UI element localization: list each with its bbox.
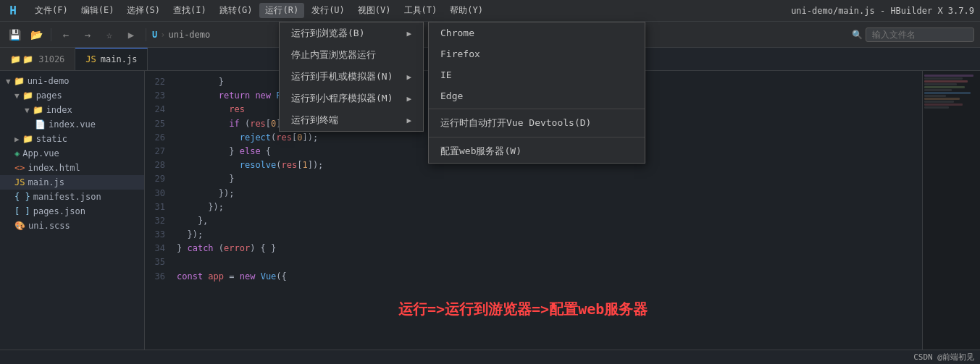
toolbar-divider-1 [51, 28, 51, 41]
vue-icon: 📄 [35, 119, 46, 130]
browser-chrome-label: Chrome [440, 27, 474, 38]
sidebar-item-uni-demo[interactable]: ▼ 📁 uni-demo [0, 74, 144, 88]
browser-ie-label: IE [440, 69, 452, 80]
run-menu-label-terminal: 运行到终端 [291, 114, 338, 127]
sidebar-label-static: static [36, 134, 67, 144]
sidebar-item-index-folder[interactable]: ▼ 📁 index [0, 103, 144, 117]
run-menu-item-browser[interactable]: 运行到浏览器(B) ▶ [280, 22, 423, 44]
minimap-line [924, 75, 973, 77]
browser-webserver-label: 配置web服务器(W) [440, 145, 522, 158]
sidebar-label-pages-json: pages.json [33, 206, 85, 216]
toolbar-star[interactable]: ☆ [101, 26, 118, 43]
sidebar-item-uni-scss[interactable]: 🎨 uni.scss [0, 219, 144, 233]
sidebar-label-index-folder: index [46, 105, 72, 115]
sidebar-label-app-vue: App.vue [22, 148, 59, 158]
code-line-36: const app = new Vue({ [177, 270, 922, 284]
json-icon-pages: [ ] [14, 206, 30, 216]
folder-icon: 📁 [10, 54, 21, 64]
run-menu-item-miniprogram[interactable]: 运行到小程序模拟器(M) ▶ [280, 88, 423, 109]
browser-ie[interactable]: IE [429, 64, 645, 85]
menu-run[interactable]: 运行(R) [259, 3, 304, 18]
chevron-down-icon: ▼ [6, 77, 11, 86]
js-icon: JS [85, 54, 96, 64]
menu-tools[interactable]: 工具(T) [398, 3, 443, 18]
sidebar-item-pages[interactable]: ▼ 📁 pages [0, 88, 144, 103]
menu-view[interactable]: 视图(V) [352, 3, 397, 18]
code-line-35 [177, 255, 922, 269]
sidebar-item-index-html[interactable]: <> index.html [0, 161, 144, 175]
vue-icon-app: ◈ [14, 148, 20, 158]
menu-file[interactable]: 文件(F) [29, 3, 74, 18]
toolbar-open[interactable]: 📂 [28, 26, 45, 43]
run-menu-item-mobile[interactable]: 运行到手机或模拟器(N) ▶ [280, 66, 423, 88]
sidebar-label-main-js: main.js [28, 177, 64, 187]
minimap-line [924, 101, 954, 103]
html-icon: <> [14, 163, 25, 173]
toolbar-run[interactable]: ▶ [122, 26, 140, 43]
tab-main[interactable]: JS main.js [75, 48, 148, 70]
status-bar: CSDN @前端初见 [0, 350, 980, 364]
submenu-arrow-terminal: ▶ [406, 116, 411, 125]
menu-help[interactable]: 帮助(Y) [444, 3, 489, 18]
toolbar-forward[interactable]: → [79, 26, 96, 43]
browser-devtools[interactable]: 运行时自动打开Vue Devtools(D) [429, 111, 645, 135]
minimap-line [924, 95, 946, 97]
sidebar-label-manifest-json: manifest.json [33, 192, 101, 202]
sidebar-label-index-vue: index.vue [49, 119, 96, 130]
menu-publish[interactable]: 发行(U) [306, 3, 351, 18]
toolbar-back[interactable]: ← [57, 26, 75, 43]
toolbar-save[interactable]: 💾 [6, 26, 23, 43]
browser-devtools-label: 运行时自动打开Vue Devtools(D) [440, 117, 591, 130]
sidebar-label-index-html: index.html [28, 163, 80, 173]
tab-folder[interactable]: 📁 📁 31026 [0, 48, 75, 70]
sidebar-item-app-vue[interactable]: ◈ App.vue [0, 146, 144, 161]
json-icon-manifest: { } [14, 192, 30, 202]
sidebar-item-static[interactable]: ▶ 📁 static [0, 132, 144, 146]
code-line-29: } [177, 172, 922, 186]
browser-submenu: Chrome Firefox IE Edge 运行时自动打开Vue Devtoo… [428, 22, 645, 164]
sidebar-label-pages: pages [36, 90, 62, 101]
menu-goto[interactable]: 跳转(G) [214, 3, 259, 18]
submenu-arrow-mobile: ▶ [406, 72, 411, 82]
minimap-line [924, 106, 949, 109]
toolbar-divider-2 [146, 28, 146, 41]
logo: H [6, 4, 20, 17]
menu-bar: 文件(F) 编辑(E) 选择(S) 查找(I) 跳转(G) 运行(R) 发行(U… [29, 3, 791, 18]
minimap-line [924, 98, 960, 100]
status-right: CSDN @前端初见 [913, 352, 974, 363]
run-menu-label-mobile: 运行到手机或模拟器(N) [291, 70, 393, 83]
run-menu-item-stop[interactable]: 停止内置浏览器运行 [280, 44, 423, 66]
browser-firefox[interactable]: Firefox [429, 43, 645, 64]
code-line-30: }); [177, 187, 922, 200]
sidebar-item-pages-json[interactable]: [ ] pages.json [0, 204, 144, 219]
menu-find[interactable]: 查找(I) [167, 3, 212, 18]
minimap-line [924, 103, 963, 106]
run-menu-label-miniprogram: 运行到小程序模拟器(M) [291, 92, 393, 105]
sidebar-item-manifest-json[interactable]: { } manifest.json [0, 190, 144, 204]
search-icon: 🔍 [852, 30, 863, 40]
sidebar-label-uni-scss: uni.scss [28, 221, 70, 231]
browser-firefox-label: Firefox [440, 48, 480, 59]
breadcrumb-project: uni-demo [168, 30, 210, 40]
run-menu: 运行到浏览器(B) ▶ 停止内置浏览器运行 运行到手机或模拟器(N) ▶ 运行到… [279, 22, 424, 132]
minimap-line [924, 92, 971, 94]
run-menu-item-terminal[interactable]: 运行到终端 ▶ [280, 109, 423, 131]
code-line-34: } catch (error) { } [177, 242, 922, 255]
submenu-arrow: ▶ [406, 29, 411, 38]
menu-edit[interactable]: 编辑(E) [75, 3, 120, 18]
sidebar: ▼ 📁 uni-demo ▼ 📁 pages ▼ 📁 index 📄 index… [0, 71, 145, 364]
browser-webserver-config[interactable]: 配置web服务器(W) [429, 140, 645, 163]
code-line-31: }); [177, 200, 922, 214]
sidebar-item-main-js[interactable]: JS main.js [0, 175, 144, 190]
menu-select[interactable]: 选择(S) [121, 3, 166, 18]
tab-label-1: 📁 31026 [22, 54, 64, 64]
submenu-separator-1 [429, 109, 645, 109]
browser-chrome[interactable]: Chrome [429, 22, 645, 43]
run-menu-label-browser: 运行到浏览器(B) [291, 27, 364, 40]
sidebar-item-index-vue[interactable]: 📄 index.vue [0, 117, 144, 132]
minimap-content [923, 71, 980, 112]
run-menu-label-stop: 停止内置浏览器运行 [291, 48, 376, 62]
search-input[interactable] [866, 27, 974, 42]
browser-edge[interactable]: Edge [429, 85, 645, 106]
minimap-line [924, 86, 965, 88]
